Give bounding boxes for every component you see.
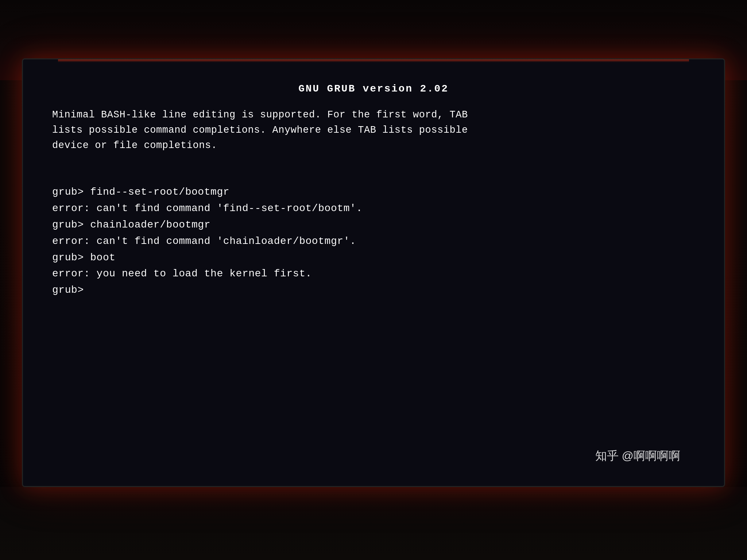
help-line-1: Minimal BASH-like line editing is suppor…: [52, 108, 695, 123]
monitor-frame: GNU GRUB version 2.02 Minimal BASH-like …: [22, 58, 725, 487]
cmd-5: boot: [90, 252, 115, 263]
terminal-line-6: error: you need to load the kernel first…: [52, 266, 695, 282]
cmd-1: find--set-root/bootmgr: [90, 186, 229, 198]
prompt-5[interactable]: grub>: [52, 252, 90, 263]
cmd-3: chainloader/bootmgr: [90, 219, 210, 230]
grub-screen: GNU GRUB version 2.02 Minimal BASH-like …: [23, 59, 724, 486]
terminal-line-5: grub> boot: [52, 250, 695, 266]
terminal-line-1: grub> find--set-root/bootmgr: [52, 184, 695, 201]
terminal-line-2: error: can't find command 'find--set-roo…: [52, 201, 695, 217]
terminal-line-4: error: can't find command 'chainloader/b…: [52, 233, 695, 250]
watermark: 知乎 @啊啊啊啊: [595, 448, 680, 464]
terminal-line-3: grub> chainloader/bootmgr: [52, 217, 695, 233]
terminal-blank: [52, 168, 695, 184]
room-bottom: [0, 487, 747, 560]
help-line-3: device or file completions.: [52, 138, 695, 153]
prompt-7[interactable]: grub>: [52, 284, 84, 296]
help-line-2: lists possible command completions. Anyw…: [52, 123, 695, 138]
help-text: Minimal BASH-like line editing is suppor…: [52, 108, 695, 153]
grub-title: GNU GRUB version 2.02: [52, 81, 695, 97]
terminal-content: GNU GRUB version 2.02 Minimal BASH-like …: [52, 81, 695, 299]
prompt-3[interactable]: grub>: [52, 219, 90, 230]
prompt-1[interactable]: grub>: [52, 186, 90, 198]
terminal-line-7: grub>: [52, 282, 695, 299]
